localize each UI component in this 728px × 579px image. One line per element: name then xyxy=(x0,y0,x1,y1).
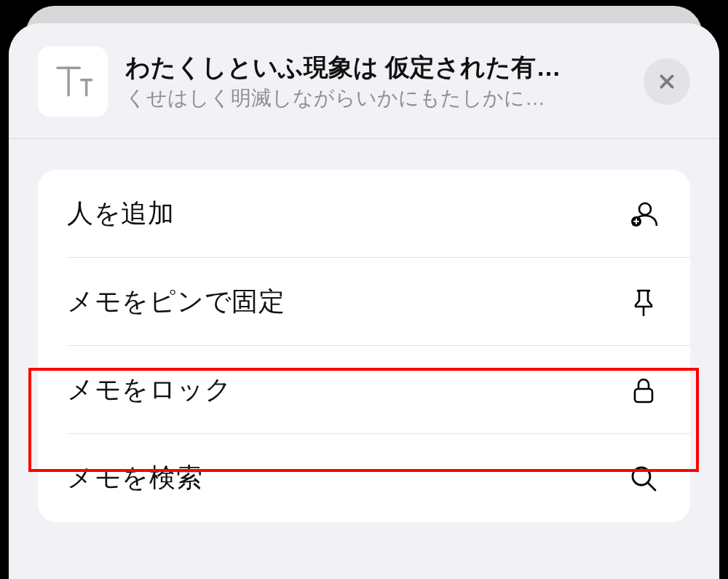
menu-label: メモをロック xyxy=(67,372,232,408)
menu-group: 人を追加 メモをピンで固定 メモをロック xyxy=(38,170,690,522)
close-icon xyxy=(657,72,676,91)
text-icon xyxy=(52,61,93,102)
menu-item-add-person[interactable]: 人を追加 xyxy=(38,170,690,258)
menu-label: メモをピンで固定 xyxy=(67,284,285,320)
search-icon xyxy=(626,461,661,496)
header-text: わたくしといふ現象は 仮定された有… くせはしく明滅しながらいかにもたしかに… xyxy=(125,51,629,112)
lock-icon xyxy=(626,373,661,408)
pin-icon xyxy=(626,285,661,320)
menu-label: メモを検索 xyxy=(67,460,203,496)
menu-item-pin-note[interactable]: メモをピンで固定 xyxy=(38,258,690,346)
svg-point-0 xyxy=(639,203,651,215)
close-button[interactable] xyxy=(644,58,690,105)
note-title: わたくしといふ現象は 仮定された有… xyxy=(125,51,629,83)
menu-label: 人を追加 xyxy=(67,196,175,232)
svg-rect-2 xyxy=(635,389,652,402)
note-subtitle: くせはしく明滅しながらいかにもたしかに… xyxy=(125,84,629,112)
action-sheet: わたくしといふ現象は 仮定された有… くせはしく明滅しながらいかにもたしかに… … xyxy=(9,23,719,579)
menu-item-lock-note[interactable]: メモをロック xyxy=(38,346,690,434)
menu-item-search-note[interactable]: メモを検索 xyxy=(38,434,690,522)
sheet-header: わたくしといふ現象は 仮定された有… くせはしく明滅しながらいかにもたしかに… xyxy=(9,23,719,139)
person-add-icon xyxy=(626,197,661,232)
note-thumbnail xyxy=(38,47,108,117)
